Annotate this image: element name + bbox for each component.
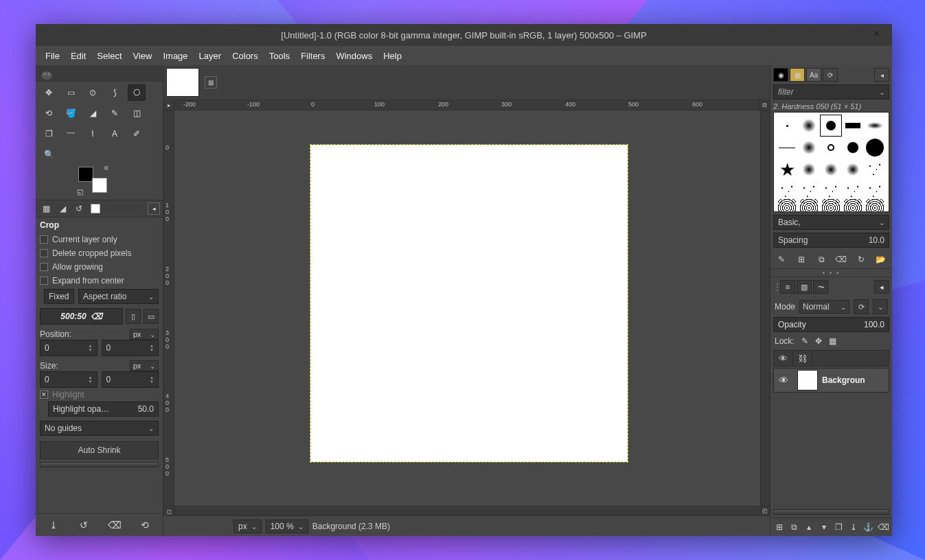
new-brush-icon[interactable]: ⊞: [795, 253, 808, 266]
panel-drag-handle[interactable]: • • •: [770, 269, 892, 277]
save-preset-icon[interactable]: ⤓: [46, 518, 61, 532]
brush-item[interactable]: [777, 137, 797, 158]
highlight-opacity-input[interactable]: Highlight opa…50.0: [48, 401, 159, 417]
brush-item[interactable]: [865, 203, 885, 212]
path-tool-icon[interactable]: ⌇: [84, 126, 102, 142]
opacity-input[interactable]: Opacity100.0: [773, 317, 889, 332]
mode-switch-icon[interactable]: ⟳: [854, 299, 869, 314]
delete-layer-icon[interactable]: ⌫: [877, 521, 889, 533]
color-picker-tool-icon[interactable]: ✐: [128, 126, 146, 142]
move-tool-icon[interactable]: ✥: [40, 84, 58, 101]
configure-tab-icon[interactable]: ◂: [148, 202, 160, 215]
brush-filter-input[interactable]: filter: [773, 84, 889, 100]
configure-layers-tab-icon[interactable]: ◂: [874, 280, 889, 294]
tabs-grip-icon[interactable]: ⋮: [773, 282, 779, 292]
menu-file[interactable]: File: [40, 48, 65, 64]
portrait-icon[interactable]: ▯: [126, 309, 141, 324]
refresh-brush-icon[interactable]: ↻: [854, 253, 868, 266]
rect-select-tool-icon[interactable]: ▭: [62, 84, 80, 101]
new-layer-icon[interactable]: ⊞: [773, 521, 786, 533]
foreground-color[interactable]: [78, 167, 93, 182]
free-select-tool-icon[interactable]: ⊙: [84, 84, 102, 101]
brushes-tab-icon[interactable]: ◉: [773, 68, 788, 82]
restore-preset-icon[interactable]: ↺: [76, 518, 91, 532]
document-history-tab-icon[interactable]: ⟳: [823, 68, 838, 82]
brush-item[interactable]: [843, 115, 863, 136]
delete-cropped-checkbox[interactable]: [40, 249, 48, 257]
guides-dropdown[interactable]: No guides: [40, 421, 159, 436]
mode-dropdown[interactable]: Normal: [799, 300, 849, 314]
lock-pixels-icon[interactable]: ✎: [801, 336, 808, 346]
raise-layer-icon[interactable]: ▴: [803, 521, 815, 533]
layer-row[interactable]: 👁 Backgroun: [773, 368, 889, 393]
brush-item[interactable]: [799, 115, 819, 136]
lock-alpha-icon[interactable]: ▦: [829, 336, 836, 346]
ruler-corner-toggle[interactable]: ▸: [163, 100, 174, 110]
brush-item-selected[interactable]: [821, 115, 841, 136]
open-brush-icon[interactable]: 📂: [874, 253, 888, 266]
edit-brush-icon[interactable]: ✎: [775, 253, 788, 266]
layer-name[interactable]: Backgroun: [822, 375, 889, 385]
titlebar[interactable]: [Untitled]-1.0 (RGB color 8-bit gamma in…: [36, 24, 892, 46]
mode-menu-icon[interactable]: [873, 299, 888, 314]
brush-item[interactable]: [777, 115, 797, 136]
close-icon[interactable]: ✕: [873, 28, 885, 40]
device-status-tab-icon[interactable]: ◢: [55, 202, 70, 215]
menu-windows[interactable]: Windows: [330, 48, 378, 64]
brush-item[interactable]: [821, 137, 841, 158]
brush-item[interactable]: [799, 159, 819, 180]
brush-item[interactable]: [843, 203, 863, 212]
layer-list-empty[interactable]: [770, 393, 892, 506]
anchor-layer-icon[interactable]: ⚓: [863, 521, 875, 533]
eraser-tool-icon[interactable]: ◫: [128, 105, 146, 121]
zoom-dropdown[interactable]: 100 %: [266, 520, 308, 533]
layers-tab-icon[interactable]: ≡: [780, 280, 795, 294]
horizontal-ruler[interactable]: -200 -100 0 100 200 300 400 500 600: [174, 100, 759, 110]
brush-grid[interactable]: ★: [773, 112, 889, 212]
aspect-mode-dropdown[interactable]: Aspect ratio: [78, 289, 159, 304]
brush-item[interactable]: [777, 203, 797, 212]
fuzzy-select-tool-icon[interactable]: ⟆: [106, 84, 124, 101]
link-header-icon[interactable]: ⛓: [793, 351, 812, 366]
delete-preset-icon[interactable]: ⌫: [107, 518, 122, 532]
menu-image[interactable]: Image: [157, 48, 193, 64]
gradient-tool-icon[interactable]: ◢: [84, 105, 102, 121]
delete-brush-icon[interactable]: ⌫: [834, 253, 848, 266]
allow-growing-checkbox[interactable]: [40, 263, 48, 271]
duplicate-brush-icon[interactable]: ⧉: [814, 253, 828, 266]
position-unit-dropdown[interactable]: px: [130, 329, 159, 340]
patterns-tab-icon[interactable]: ▦: [790, 68, 805, 82]
document-tab-thumb[interactable]: [166, 68, 199, 97]
merge-down-icon[interactable]: ⤓: [847, 521, 860, 533]
brush-item[interactable]: [799, 137, 819, 158]
size-unit-dropdown[interactable]: px: [130, 360, 159, 371]
menu-select[interactable]: Select: [91, 48, 127, 64]
menu-edit[interactable]: Edit: [65, 48, 91, 64]
brush-item[interactable]: [799, 203, 819, 212]
brush-item[interactable]: [865, 159, 885, 180]
size-h-input[interactable]: 0▲▼: [102, 371, 159, 388]
unit-dropdown[interactable]: px: [233, 520, 262, 533]
fg-bg-color[interactable]: ⤭ ◱: [78, 167, 107, 193]
vertical-scrollbar[interactable]: [760, 110, 770, 506]
highlight-checkbox[interactable]: ✕: [40, 390, 48, 399]
vertical-ruler[interactable]: 0 1 0 0 2 0 0 3 0 0 4 0 0 5 0 0: [163, 110, 174, 506]
layer-thumbnail[interactable]: [797, 370, 818, 390]
brush-item[interactable]: [821, 203, 841, 212]
canvas-viewport[interactable]: [174, 110, 760, 506]
menu-tools[interactable]: Tools: [264, 48, 295, 64]
expand-center-checkbox[interactable]: [40, 277, 48, 285]
smudge-tool-icon[interactable]: 〰: [62, 126, 80, 142]
visibility-header-icon[interactable]: 👁: [774, 351, 793, 366]
new-group-icon[interactable]: ⧉: [788, 521, 800, 533]
menu-colors[interactable]: Colors: [227, 48, 264, 64]
menu-layer[interactable]: Layer: [194, 48, 227, 64]
navigation-icon[interactable]: ◰: [760, 506, 770, 515]
clone-tool-icon[interactable]: ❐: [40, 126, 58, 142]
bucket-fill-tool-icon[interactable]: 🪣: [62, 105, 80, 121]
size-w-input[interactable]: 0▲▼: [40, 371, 98, 388]
position-x-input[interactable]: 0▲▼: [40, 340, 98, 356]
swap-colors-icon[interactable]: ⤭: [103, 164, 109, 172]
zoom-corner-icon[interactable]: ⊡: [759, 100, 770, 110]
brush-item[interactable]: [843, 137, 863, 158]
